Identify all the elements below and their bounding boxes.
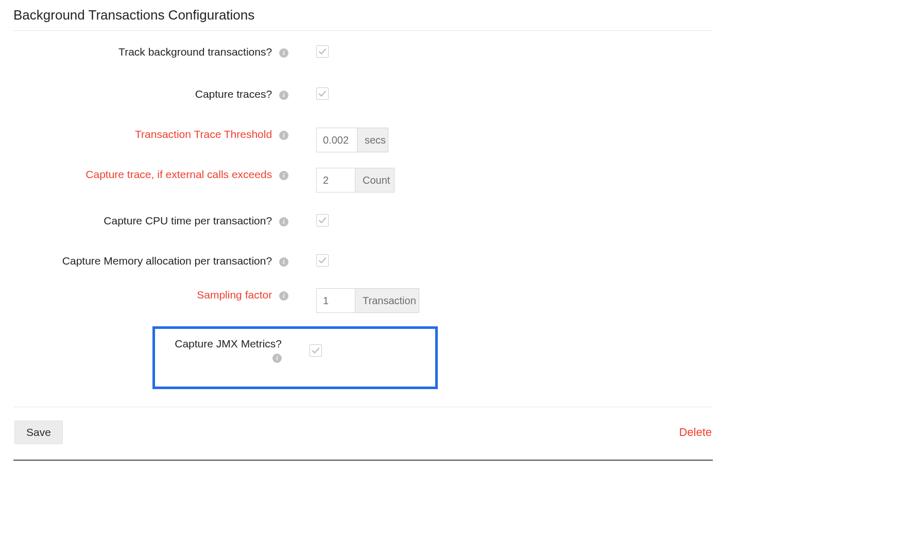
label-text: Capture Memory allocation per transactio… [62,255,272,267]
label-text: Track background transactions? [118,46,272,58]
label-text: Transaction Trace Threshold [135,128,272,140]
label-trace-threshold: Transaction Trace Threshold i [13,128,296,141]
form: Track background transactions? i Capture… [13,45,713,389]
unit-secs: secs [357,128,388,152]
label-text: Capture JMX Metrics? [175,338,282,349]
label-text: Capture trace, if external calls exceeds [85,168,272,180]
info-icon[interactable]: i [279,171,288,180]
check-icon [318,256,327,265]
input-trace-threshold[interactable] [316,128,357,152]
info-icon[interactable]: i [272,354,282,363]
label-text: Capture CPU time per transaction? [104,215,272,226]
checkbox-cpu-time[interactable] [316,214,329,226]
check-icon [318,47,327,56]
label-track-bg: Track background transactions? i [13,45,296,59]
info-icon[interactable]: i [279,131,288,140]
checkbox-capture-traces[interactable] [316,87,329,100]
save-button[interactable]: Save [14,421,63,444]
label-ext-calls: Capture trace, if external calls exceeds… [13,168,296,181]
label-text: Sampling factor [197,289,272,301]
checkbox-jmx[interactable] [310,344,322,357]
label-capture-traces: Capture traces? i [13,87,296,101]
label-mem-alloc: Capture Memory allocation per transactio… [13,254,296,268]
checkbox-track-bg[interactable] [316,45,329,58]
check-icon [318,216,327,224]
info-icon[interactable]: i [279,91,288,100]
section-title: Background Transactions Configurations [13,5,713,31]
check-icon [318,90,327,98]
label-jmx: Capture JMX Metrics? i [160,337,289,364]
check-icon [312,346,320,355]
input-sampling[interactable] [316,288,355,313]
info-icon[interactable]: i [279,291,288,301]
highlight-jmx: Capture JMX Metrics? i [152,326,438,389]
info-icon[interactable]: i [279,48,288,58]
delete-link[interactable]: Delete [679,426,712,439]
input-ext-calls[interactable] [316,168,355,192]
unit-transaction: Transaction [355,288,419,313]
label-sampling: Sampling factor i [13,288,296,302]
info-icon[interactable]: i [279,257,288,267]
unit-count: Count [355,168,395,192]
checkbox-mem-alloc[interactable] [316,254,329,267]
info-icon[interactable]: i [279,217,288,226]
label-cpu-time: Capture CPU time per transaction? i [13,214,296,227]
label-text: Capture traces? [195,88,272,100]
